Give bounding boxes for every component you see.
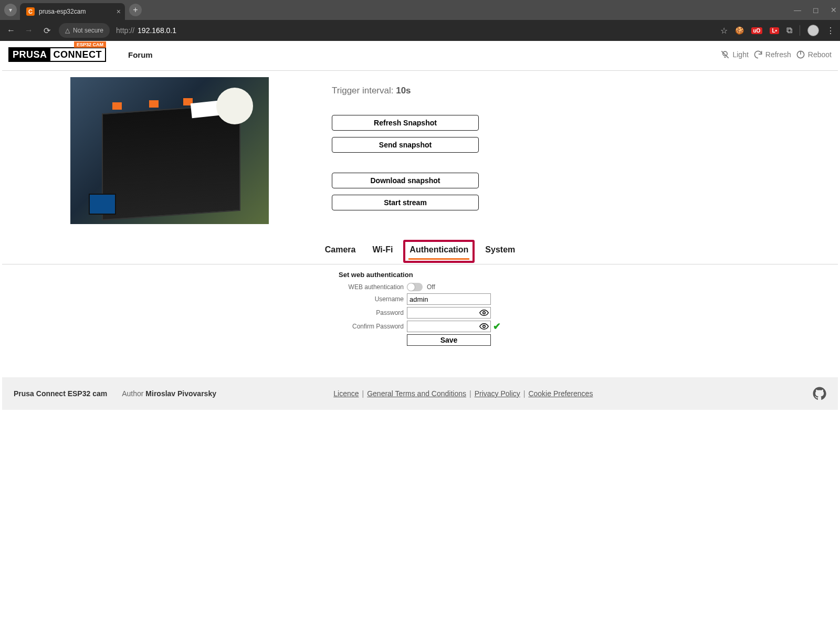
- settings-tabs: Camera Wi-Fi Authentication System: [2, 235, 838, 264]
- ext-cookie-icon[interactable]: 🍪: [735, 26, 744, 35]
- tab-wifi[interactable]: Wi-Fi: [371, 243, 394, 260]
- window-close-icon[interactable]: ✕: [831, 6, 837, 14]
- nav-reload-icon[interactable]: ⟳: [41, 26, 52, 36]
- auth-form: Set web authentication WEB authenticatio…: [339, 269, 501, 346]
- footer-author: Author Miroslav Pivovarsky: [122, 389, 216, 398]
- window-maximize-icon[interactable]: ◻: [813, 6, 819, 14]
- page-header: ESP32 CAM PRUSA CONNECT Forum Light Refr…: [2, 41, 838, 71]
- tab-authentication-label: Authentication: [410, 245, 468, 254]
- refresh-button[interactable]: Refresh: [753, 49, 791, 60]
- tab-favicon: C: [26, 7, 35, 16]
- nav-back-icon[interactable]: ←: [5, 26, 17, 35]
- footer-cookies-link[interactable]: Cookie Preferences: [528, 389, 593, 398]
- refresh-snapshot-button[interactable]: Refresh Snapshot: [332, 115, 479, 131]
- tab-search-button[interactable]: ▾: [4, 4, 17, 16]
- refresh-icon: [753, 49, 763, 60]
- ext-lastpass-icon[interactable]: L•: [770, 27, 779, 34]
- logo-connect: CONNECT: [50, 48, 106, 61]
- github-icon[interactable]: [813, 387, 826, 400]
- refresh-label: Refresh: [765, 50, 791, 59]
- reboot-label: Reboot: [808, 50, 832, 59]
- confirm-password-label: Confirm Password: [339, 323, 407, 330]
- web-auth-state: Off: [427, 283, 435, 291]
- download-snapshot-button[interactable]: Download snapshot: [332, 173, 479, 188]
- new-tab-button[interactable]: +: [129, 4, 142, 16]
- username-input[interactable]: [407, 293, 491, 305]
- logo-tag: ESP32 CAM: [74, 41, 106, 48]
- tab-title: prusa-esp32cam: [39, 8, 86, 15]
- light-label: Light: [732, 50, 748, 59]
- browser-navbar: ← → ⟳ △ Not secure http://192.168.0.1 ☆ …: [0, 20, 840, 41]
- svg-point-0: [723, 51, 727, 56]
- profile-avatar[interactable]: [807, 25, 819, 36]
- web-auth-toggle[interactable]: [407, 283, 423, 291]
- password-label: Password: [339, 309, 407, 316]
- web-auth-label: WEB authentication: [339, 283, 407, 291]
- ext-ublock-icon[interactable]: uO: [751, 27, 763, 34]
- snapshot-controls: Trigger interval: 10s Refresh Snapshot S…: [332, 77, 479, 210]
- eye-icon[interactable]: [479, 322, 489, 331]
- forum-link[interactable]: Forum: [128, 50, 153, 59]
- separator: [800, 25, 800, 36]
- window-controls: — ◻ ✕: [794, 0, 837, 20]
- confirm-password-input[interactable]: [407, 321, 491, 332]
- url-scheme: http://: [116, 26, 134, 35]
- tab-authentication[interactable]: Authentication: [408, 243, 469, 260]
- footer-privacy-link[interactable]: Privacy Policy: [475, 389, 520, 398]
- power-icon: [795, 49, 806, 60]
- tab-camera[interactable]: Camera: [324, 243, 357, 260]
- extensions-icon[interactable]: ⧉: [786, 26, 792, 35]
- footer-title: Prusa Connect ESP32 cam: [14, 389, 107, 398]
- browser-menu-icon[interactable]: ⋮: [826, 26, 835, 36]
- browser-titlebar: ▾ C prusa-esp32cam × + — ◻ ✕: [0, 0, 840, 20]
- trigger-interval: Trigger interval: 10s: [332, 86, 479, 96]
- url-host: 192.168.0.1: [138, 26, 176, 35]
- snapshot-image: [70, 77, 269, 224]
- nav-forward-icon[interactable]: →: [23, 26, 35, 35]
- security-chip[interactable]: △ Not secure: [59, 23, 110, 38]
- trigger-label: Trigger interval:: [332, 86, 396, 96]
- password-input[interactable]: [407, 307, 491, 319]
- reboot-button[interactable]: Reboot: [795, 49, 832, 60]
- tab-close-icon[interactable]: ×: [117, 7, 121, 16]
- logo-prusa: PRUSA: [9, 48, 50, 61]
- bookmark-star-icon[interactable]: ☆: [720, 26, 728, 36]
- light-button[interactable]: Light: [720, 49, 748, 60]
- not-secure-label: Not secure: [73, 27, 103, 34]
- browser-tab[interactable]: C prusa-esp32cam ×: [20, 3, 125, 20]
- save-button[interactable]: Save: [407, 334, 491, 346]
- url-bar[interactable]: http://192.168.0.1: [116, 26, 176, 35]
- footer-terms-link[interactable]: General Terms and Conditions: [367, 389, 466, 398]
- page-footer: Prusa Connect ESP32 cam Author Miroslav …: [2, 377, 838, 410]
- eye-icon[interactable]: [479, 308, 489, 317]
- window-minimize-icon[interactable]: —: [794, 6, 801, 14]
- send-snapshot-button[interactable]: Send snapshot: [332, 137, 479, 153]
- auth-form-title: Set web authentication: [339, 269, 501, 281]
- footer-licence-link[interactable]: Licence: [333, 389, 359, 398]
- warning-icon: △: [65, 27, 70, 34]
- username-label: Username: [339, 295, 407, 303]
- logo: ESP32 CAM PRUSA CONNECT: [8, 46, 106, 63]
- start-stream-button[interactable]: Start stream: [332, 195, 479, 210]
- tab-system[interactable]: System: [484, 243, 516, 260]
- trigger-value: 10s: [396, 86, 411, 96]
- check-ok-icon: ✔: [493, 321, 501, 332]
- light-icon: [720, 49, 730, 60]
- svg-point-5: [483, 312, 486, 314]
- svg-point-6: [483, 325, 486, 328]
